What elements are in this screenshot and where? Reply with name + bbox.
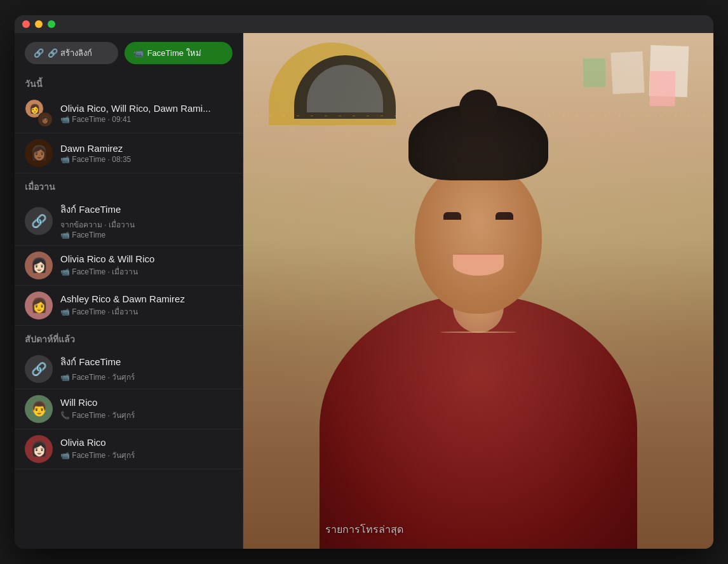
video-icon: 📹 <box>133 48 144 58</box>
minimize-button[interactable] <box>35 20 43 28</box>
call-item-will[interactable]: 👨 Will Rico 📞 FaceTime · วันศุกร์ <box>15 389 243 429</box>
call-item-link-yesterday[interactable]: 🔗 ลิงก์ FaceTime จากข้อความ · เมื่อวาน 📹… <box>15 196 243 246</box>
call-info-2: Dawn Ramirez 📹 FaceTime · 08:35 <box>60 143 233 164</box>
call-item-link-lastweek[interactable]: 🔗 ลิงก์ FaceTime 📹 FaceTime · วันศุกร์ <box>15 349 243 389</box>
maximize-button[interactable] <box>48 20 55 28</box>
call-detail-ow: 📹 FaceTime · เมื่อวาน <box>60 265 233 278</box>
bottom-label: รายการโทรล่าสุด <box>325 521 403 537</box>
link-avatar-yesterday: 🔗 <box>25 207 53 235</box>
call-item-group[interactable]: 👩 👩🏾 Olivia Rico, Will Rico, Dawn Rami..… <box>15 93 243 133</box>
new-facetime-label: FaceTime ใหม่ <box>147 46 201 60</box>
call-info-ad: Ashley Rico & Dawn Ramirez 📹 FaceTime · … <box>60 293 233 318</box>
call-info-olivia-lw: Olivia Rico 📹 FaceTime · วันศุกร์ <box>60 437 233 461</box>
avatar-olivia-lw: 👩🏻 <box>25 435 53 463</box>
call-item-olivia-will[interactable]: 👩🏻 Olivia Rico & Will Rico 📹 FaceTime · … <box>15 246 243 286</box>
section-yesterday: เมื่อวาน <box>15 173 243 196</box>
link-icon: 🔗 <box>34 48 44 58</box>
call-name-ow: Olivia Rico & Will Rico <box>60 253 233 264</box>
call-detail-ad: 📹 FaceTime · เมื่อวาน <box>60 306 233 318</box>
close-button[interactable] <box>22 20 30 28</box>
call-name-link-y: ลิงก์ FaceTime <box>60 202 233 217</box>
avatar-will: 👨 <box>25 395 53 423</box>
call-detail-1: 📹 FaceTime · 09:41 <box>60 115 233 124</box>
sidebar-header: 🔗 🔗 สร้างลิงก์ 📹 FaceTime ใหม่ <box>15 33 243 70</box>
call-item-olivia-lw[interactable]: 👩🏻 Olivia Rico 📹 FaceTime · วันศุกร์ <box>15 429 243 469</box>
window-chrome <box>15 15 713 33</box>
call-item-ashley-dawn[interactable]: 👩 Ashley Rico & Dawn Ramirez 📹 FaceTime … <box>15 286 243 326</box>
call-name-ad: Ashley Rico & Dawn Ramirez <box>60 293 233 304</box>
main-video-area <box>243 33 713 549</box>
call-info-link-y: ลิงก์ FaceTime จากข้อความ · เมื่อวาน 📹 F… <box>60 202 233 239</box>
section-last-week: สัปดาห์ที่แล้ว <box>15 326 243 349</box>
content-area: 🔗 🔗 สร้างลิงก์ 📹 FaceTime ใหม่ วันนี้ 👩 <box>15 33 713 549</box>
link-avatar-lastweek: 🔗 <box>25 355 53 383</box>
call-name-will: Will Rico <box>60 397 233 408</box>
avatar-olivia-will: 👩🏻 <box>25 252 53 279</box>
light-overlay <box>243 33 713 549</box>
facetime-window: 🔗 🔗 สร้างลิงก์ 📹 FaceTime ใหม่ วันนี้ 👩 <box>15 15 713 549</box>
section-today: วันนี้ <box>15 70 243 93</box>
call-info-1: Olivia Rico, Will Rico, Dawn Rami... 📹 F… <box>60 103 233 124</box>
avatar-dawn: 👩🏾 <box>25 139 53 167</box>
call-detail-will: 📞 FaceTime · วันศุกร์ <box>60 409 233 421</box>
call-name-link-lw: ลิงก์ FaceTime <box>60 354 233 370</box>
call-info-ow: Olivia Rico & Will Rico 📹 FaceTime · เมื… <box>60 253 233 278</box>
call-detail-dawn: 📹 FaceTime · 08:35 <box>60 155 233 164</box>
call-detail-olivia-lw: 📹 FaceTime · วันศุกร์ <box>60 449 233 461</box>
avatar-ashley: 👩 <box>25 292 53 319</box>
create-link-label: 🔗 สร้างลิงก์ <box>48 46 92 60</box>
call-name-1: Olivia Rico, Will Rico, Dawn Rami... <box>60 103 233 114</box>
call-item-dawn[interactable]: 👩🏾 Dawn Ramirez 📹 FaceTime · 08:35 <box>15 133 243 173</box>
avatar-group-1: 👩 👩🏾 <box>25 99 53 127</box>
call-detail-link-lw: 📹 FaceTime · วันศุกร์ <box>60 371 233 383</box>
call-info-link-lw: ลิงก์ FaceTime 📹 FaceTime · วันศุกร์ <box>60 354 233 383</box>
create-link-button[interactable]: 🔗 🔗 สร้างลิงก์ <box>25 42 118 64</box>
avatar-dawn-small: 👩🏾 <box>37 112 53 127</box>
sidebar: 🔗 🔗 สร้างลิงก์ 📹 FaceTime ใหม่ วันนี้ 👩 <box>15 33 243 549</box>
call-name-olivia-lw: Olivia Rico <box>60 437 233 448</box>
new-facetime-button[interactable]: 📹 FaceTime ใหม่ <box>125 42 233 64</box>
call-info-will: Will Rico 📞 FaceTime · วันศุกร์ <box>60 397 233 421</box>
call-detail-link-y: จากข้อความ · เมื่อวาน 📹 FaceTime <box>60 218 233 239</box>
call-name-dawn: Dawn Ramirez <box>60 143 233 154</box>
